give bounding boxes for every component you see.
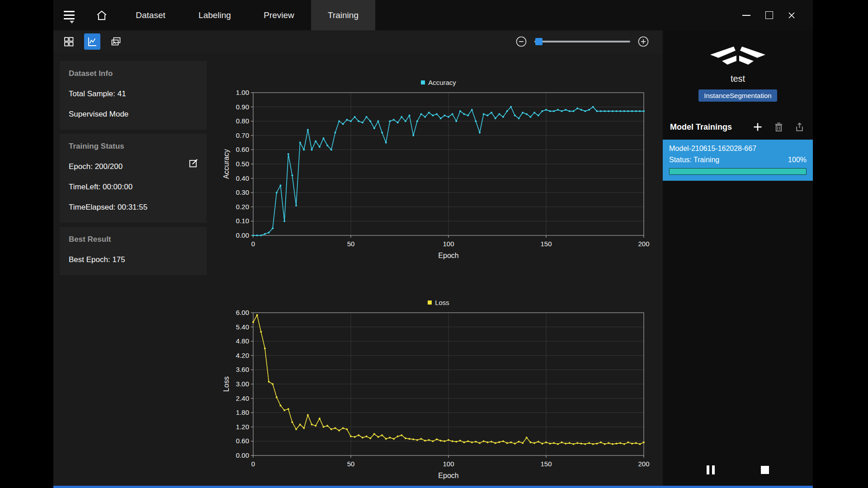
model-trainings-header: Model Trainings (663, 121, 813, 133)
svg-text:Accuracy: Accuracy (222, 149, 230, 179)
training-status-card: Training Status Epoch: 200/200 TimeLeft:… (60, 134, 207, 223)
svg-text:4.20: 4.20 (236, 352, 249, 359)
hamburger-menu-button[interactable] (53, 0, 85, 30)
tab-preview[interactable]: Preview (247, 0, 311, 30)
dataset-info-card: Dataset Info Total Sample: 41 Supervised… (60, 61, 207, 130)
zoom-in-button[interactable] (637, 35, 650, 48)
zoom-slider-track (534, 41, 630, 42)
loss-legend-label: Loss (435, 299, 449, 306)
home-button[interactable] (85, 0, 118, 30)
zoom-slider-handle[interactable] (535, 38, 542, 45)
timeelapsed-value: TimeElapsed: 00:31:55 (69, 203, 198, 212)
zoom-controls (514, 30, 650, 53)
edit-epochs-button[interactable] (188, 157, 199, 169)
svg-text:4.80: 4.80 (236, 337, 249, 345)
svg-text:0.50: 0.50 (236, 160, 249, 168)
total-sample-value: Total Sample: 41 (69, 89, 198, 99)
svg-text:200: 200 (638, 240, 649, 248)
svg-text:0.80: 0.80 (236, 117, 249, 125)
zoom-out-button[interactable] (514, 35, 528, 48)
tab-bar: Dataset Labeling Preview Training (118, 0, 375, 30)
view-toolbar (53, 30, 663, 53)
delete-training-button[interactable] (772, 121, 785, 133)
best-result-card: Best Result Best Epoch: 175 (60, 227, 207, 275)
loss-plot: 0.000.601.201.802.403.003.604.204.805.40… (222, 307, 651, 483)
chart-view-button[interactable] (84, 33, 100, 50)
svg-text:Epoch: Epoch (438, 472, 458, 479)
svg-text:1.80: 1.80 (236, 408, 249, 416)
trash-icon (774, 122, 783, 132)
svg-text:6.00: 6.00 (236, 309, 249, 316)
titlebar: Dataset Labeling Preview Training (53, 0, 813, 30)
svg-text:2.40: 2.40 (236, 394, 249, 402)
model-training-item[interactable]: Model-210615-162028-667 Status: Training… (663, 140, 813, 181)
window-controls (735, 0, 813, 30)
svg-text:3.00: 3.00 (236, 380, 249, 388)
home-icon (96, 10, 108, 21)
training-progress-bar (669, 168, 807, 175)
image-view-icon (110, 36, 122, 47)
model-panel: test InstanceSegmentation Model Training… (663, 30, 813, 486)
accuracy-legend-swatch (421, 80, 425, 84)
project-name: test (663, 74, 813, 84)
model-progress-label: 100% (788, 156, 807, 164)
svg-text:0.40: 0.40 (236, 174, 249, 182)
accuracy-chart: Accuracy 0.000.100.200.300.400.500.600.7… (222, 77, 656, 263)
minimize-button[interactable] (735, 0, 758, 30)
loss-legend: Loss (222, 297, 656, 307)
loss-chart: Loss 0.000.601.201.802.403.003.604.204.8… (222, 297, 656, 483)
info-sidebar: Dataset Info Total Sample: 41 Supervised… (53, 53, 212, 486)
zoom-slider[interactable] (534, 35, 630, 48)
svg-text:100: 100 (443, 240, 454, 248)
svg-text:50: 50 (347, 240, 355, 248)
svg-text:Epoch: Epoch (438, 252, 458, 259)
tab-training[interactable]: Training (311, 0, 375, 30)
svg-text:100: 100 (443, 460, 454, 468)
svg-text:1.20: 1.20 (236, 423, 249, 431)
svg-text:Loss: Loss (222, 376, 230, 392)
accuracy-legend: Accuracy (222, 77, 656, 87)
svg-text:0.20: 0.20 (236, 203, 249, 211)
svg-text:5.40: 5.40 (236, 323, 249, 331)
maximize-button[interactable] (758, 0, 780, 30)
svg-text:0.10: 0.10 (236, 217, 249, 225)
model-name: Model-210615-162028-667 (669, 145, 807, 153)
desktop-background: Dataset Labeling Preview Training (0, 0, 868, 488)
image-view-button[interactable] (108, 33, 124, 50)
accuracy-legend-label: Accuracy (428, 79, 456, 86)
app-window: Dataset Labeling Preview Training (53, 0, 813, 488)
run-controls (663, 460, 813, 479)
epoch-value: Epoch: 200/200 (69, 162, 198, 171)
svg-text:50: 50 (347, 460, 355, 468)
loss-legend-swatch (428, 300, 432, 305)
model-trainings-title: Model Trainings (670, 122, 732, 132)
grid-view-button[interactable] (61, 33, 77, 50)
tab-dataset[interactable]: Dataset (118, 0, 183, 30)
menu-caret-icon (70, 21, 74, 23)
export-model-button[interactable] (793, 121, 806, 133)
chart-view-icon (87, 36, 98, 47)
svg-text:200: 200 (638, 460, 649, 468)
pause-training-button[interactable] (701, 460, 720, 479)
timeleft-value: TimeLeft: 00:00:00 (69, 183, 198, 192)
pause-icon (707, 465, 715, 474)
maximize-icon (765, 11, 773, 19)
tab-labeling[interactable]: Labeling (183, 0, 247, 30)
close-button[interactable] (780, 0, 803, 30)
svg-text:150: 150 (540, 240, 552, 248)
charts-area: Accuracy 0.000.100.200.300.400.500.600.7… (222, 53, 656, 486)
supervised-mode-value: Supervised Mode (69, 110, 198, 119)
training-progress-fill (670, 169, 806, 174)
task-type-badge: InstanceSegmentation (698, 89, 777, 102)
svg-text:0.60: 0.60 (236, 437, 249, 445)
svg-text:3.60: 3.60 (236, 366, 249, 373)
accuracy-plot: 0.000.100.200.300.400.500.600.700.800.90… (222, 87, 651, 263)
close-icon (787, 11, 796, 20)
stop-training-button[interactable] (755, 460, 774, 479)
svg-text:0.00: 0.00 (236, 231, 249, 239)
stop-icon (761, 466, 769, 474)
add-training-button[interactable] (751, 121, 764, 133)
zoom-in-icon (637, 36, 649, 47)
svg-text:0: 0 (251, 240, 255, 248)
best-result-title: Best Result (69, 235, 198, 244)
